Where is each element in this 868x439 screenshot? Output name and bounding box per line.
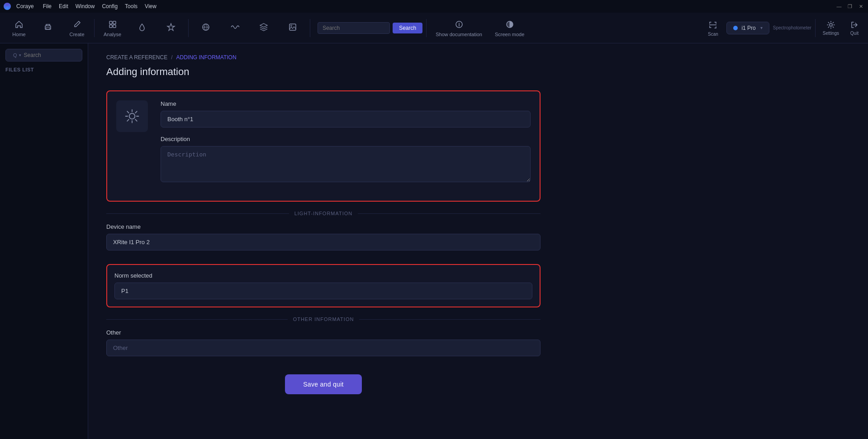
description-textarea[interactable] — [161, 146, 531, 182]
name-label: Name — [161, 100, 531, 107]
svg-point-11 — [830, 24, 832, 26]
name-input[interactable] — [161, 111, 531, 127]
title-bar-left: Coraye File Edit Window Config Tools Vie… — [4, 3, 157, 10]
svg-rect-4 — [109, 25, 112, 28]
toolbar-right: Scan i1 Pro ▾ Spectrophotometer Settings… — [703, 18, 863, 38]
toolbar-wave[interactable] — [221, 20, 248, 36]
globe-icon — [200, 22, 211, 33]
other-input[interactable] — [106, 340, 541, 356]
svg-line-20 — [135, 111, 137, 113]
name-description-fields: Name Description — [161, 100, 531, 192]
sun-icon — [124, 108, 140, 124]
app-logo — [4, 3, 11, 10]
settings-icon — [826, 20, 835, 29]
toolbar-scan[interactable]: Scan — [703, 18, 723, 38]
settings-label: Settings — [823, 31, 839, 36]
toolbar-search-input[interactable] — [318, 22, 390, 34]
toolbar-divider-4 — [426, 19, 427, 37]
toolbar: Home Create — [0, 13, 868, 43]
menu-edit[interactable]: Edit — [59, 3, 68, 9]
svg-rect-2 — [109, 21, 112, 24]
breadcrumb-separator: / — [171, 54, 172, 61]
toolbar-show-doc[interactable]: Show documentation — [430, 17, 488, 39]
norm-highlight-wrapper: Norm selected — [106, 264, 541, 307]
norm-selected-input[interactable] — [114, 283, 532, 299]
show-doc-label: Show documentation — [436, 32, 482, 37]
svg-point-8 — [291, 25, 292, 26]
svg-rect-3 — [113, 21, 116, 24]
spectrophotometer-button[interactable]: i1 Pro ▾ — [726, 22, 769, 34]
device-name-input[interactable] — [106, 234, 541, 250]
toolbar-image[interactable] — [279, 20, 306, 36]
close-button[interactable]: ✕ — [857, 3, 864, 10]
device-name-label: Device name — [106, 223, 541, 230]
toolbar-analyse[interactable]: Analyse — [98, 17, 127, 39]
toolbar-divider-2 — [188, 19, 189, 37]
home-icon — [14, 19, 24, 30]
toolbar-search-group: Search — [318, 22, 422, 34]
light-info-section-label: LIGHT-INFORMATION — [294, 211, 353, 216]
create-icon — [71, 19, 82, 30]
minimize-button[interactable]: — — [835, 3, 843, 10]
title-bar: Coraye File Edit Window Config Tools Vie… — [0, 0, 868, 13]
save-and-quit-button[interactable]: Save and quit — [285, 374, 362, 394]
toolbar-globe[interactable] — [192, 20, 219, 36]
svg-rect-7 — [289, 24, 296, 30]
sidebar-search-wrapper: Q ▾ — [5, 49, 82, 61]
screen-mode-icon — [504, 19, 515, 30]
maximize-button[interactable]: ❐ — [846, 3, 854, 10]
toolbar-star[interactable] — [157, 20, 185, 36]
star-icon — [166, 22, 176, 33]
spectrophotometer-label: Spectrophotometer — [773, 25, 811, 30]
app-title: Coraye — [16, 3, 34, 9]
save-button-container: Save and quit — [106, 374, 541, 394]
wave-icon — [229, 22, 240, 33]
name-form-card: Name Description — [106, 90, 541, 202]
sidebar-search-input[interactable] — [24, 52, 92, 58]
menu-window[interactable]: Window — [76, 3, 95, 9]
svg-rect-5 — [113, 25, 116, 28]
create-label: Create — [69, 32, 84, 37]
spectro-indicator — [733, 26, 738, 30]
toolbar-home[interactable]: Home — [5, 17, 33, 39]
norm-selected-label: Norm selected — [114, 272, 532, 279]
other-sep-line-left — [106, 319, 288, 320]
other-info-section-label: OTHER INFORMATION — [293, 316, 354, 322]
quit-icon — [850, 20, 859, 29]
other-label: Other — [106, 329, 541, 336]
quit-label: Quit — [850, 31, 859, 36]
menu-config[interactable]: Config — [102, 3, 118, 9]
sep-line-right — [358, 213, 541, 214]
other-group: Other — [106, 329, 541, 356]
light-info-section: Device name Norm selected — [106, 223, 541, 307]
menu-view[interactable]: View — [145, 3, 157, 9]
breadcrumb-parent: CREATE A REFERENCE — [106, 54, 167, 61]
content-area: CREATE A REFERENCE / ADDING INFORMATION … — [88, 43, 868, 439]
drop-icon — [137, 22, 147, 33]
window-controls: — ❐ ✕ — [835, 3, 864, 10]
doc-icon — [454, 19, 465, 30]
menu-file[interactable]: File — [43, 3, 52, 9]
svg-line-18 — [127, 111, 129, 113]
search-dropdown[interactable]: Q ▾ — [13, 52, 21, 58]
home-label: Home — [12, 32, 25, 37]
menu-tools[interactable]: Tools — [125, 3, 138, 9]
description-group: Description — [161, 136, 531, 184]
toolbar-drop[interactable] — [128, 20, 156, 36]
toolbar-screen-mode[interactable]: Screen mode — [489, 17, 530, 39]
screen-mode-label: Screen mode — [495, 32, 524, 37]
print-icon — [43, 22, 53, 33]
analyse-icon — [107, 19, 118, 30]
analyse-label: Analyse — [104, 32, 121, 37]
files-list-label: FILES LIST — [5, 67, 82, 72]
toolbar-print[interactable] — [34, 20, 62, 36]
toolbar-layers[interactable] — [250, 20, 277, 36]
device-name-group: Device name — [106, 223, 541, 256]
toolbar-create[interactable]: Create — [63, 17, 90, 39]
menu-bar: File Edit Window Config Tools View — [43, 3, 157, 9]
toolbar-settings[interactable]: Settings — [819, 19, 843, 38]
breadcrumb: CREATE A REFERENCE / ADDING INFORMATION — [106, 54, 850, 61]
toolbar-search-button[interactable]: Search — [393, 23, 422, 33]
other-section: Other — [106, 329, 541, 356]
toolbar-quit[interactable]: Quit — [846, 19, 863, 38]
